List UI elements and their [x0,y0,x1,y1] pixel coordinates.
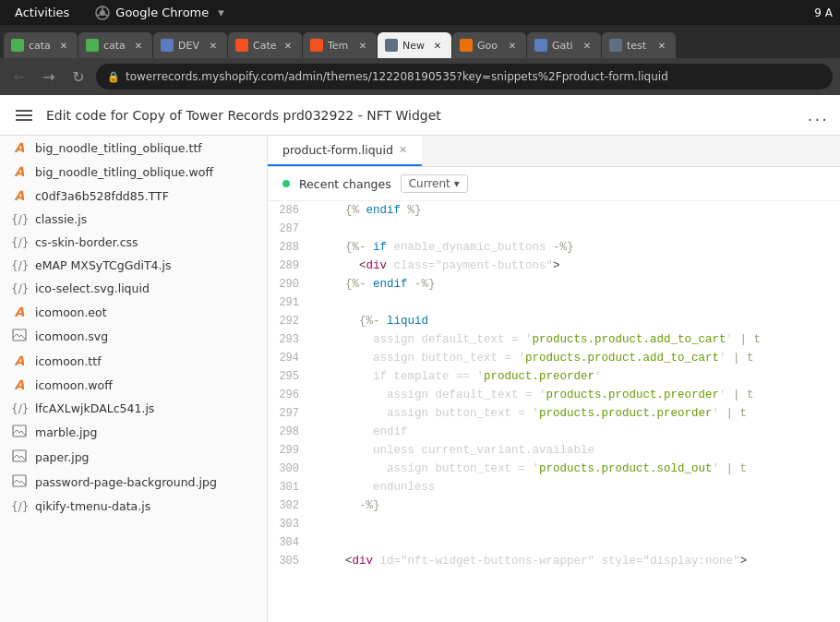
sidebar-item[interactable]: Aicomoon.ttf [0,349,267,373]
line-content[interactable]: {%- if enable_dynamic_buttons -%} [314,238,840,257]
sidebar-item[interactable]: Aicomoon.eot [0,300,267,324]
line-content[interactable]: {%- endif -%} [314,275,840,293]
browser-tab-t8[interactable]: Gati✕ [527,32,601,58]
line-content[interactable]: if template == 'product.preorder' [314,367,840,386]
sidebar-item[interactable]: {/}classie.js [0,208,267,231]
line-content[interactable]: assign button_text = 'products.product.s… [314,460,840,478]
tab-close-button[interactable]: ✕ [207,39,220,52]
browser-tab-t3[interactable]: DEV✕ [153,32,227,58]
line-content[interactable]: {% endif %} [314,201,840,220]
sidebar-item[interactable]: {/}qikify-tmenu-data.js [0,495,267,518]
code-file-icon: {/} [11,213,28,226]
browser-tab-t5[interactable]: Tem✕ [303,32,377,58]
line-content[interactable]: unless current_variant.available [314,441,840,460]
current-dropdown-button[interactable]: Current ▾ [401,174,468,193]
sidebar-item[interactable]: Abig_noodle_titling_oblique.ttf [0,136,267,160]
tab-label: DEV [178,40,199,52]
sidebar-item[interactable]: Ac0df3a6b528fdd85.TTF [0,184,267,208]
sidebar-item[interactable]: {/}ico-select.svg.liquid [0,277,267,300]
system-bar: Activities Google Chrome ▾ 9 A [0,0,840,25]
address-bar[interactable]: 🔒 towerrecords.myshopify.com/admin/theme… [96,64,833,90]
line-content[interactable] [314,515,840,533]
sidebar-item[interactable]: {/}eMAP MXSyTCgGdiT4.js [0,254,267,277]
tab-label: Gati [552,40,573,52]
line-content[interactable] [314,533,840,552]
font-file-icon: A [11,140,28,155]
browser-tab-t7[interactable]: Goo✕ [452,32,526,58]
code-editor[interactable]: 286 {% endif %}287288 {%- if enable_dyna… [268,201,840,622]
tab-close-button[interactable]: ✕ [581,39,594,52]
image-file-icon [11,449,28,465]
browser-tab-t4[interactable]: Cate✕ [228,32,302,58]
sidebar-file-name: icomoon.woff [35,378,113,392]
line-content[interactable]: assign default_text = 'products.product.… [314,386,840,404]
sidebar-item[interactable]: Aicomoon.woff [0,373,267,397]
line-content[interactable]: assign default_text = 'products.product.… [314,330,840,349]
svg-rect-11 [13,475,26,486]
line-number: 304 [268,533,314,552]
system-time: 9 A [814,6,840,19]
chrome-icon [95,6,110,20]
sidebar-file-name: icomoon.ttf [35,354,102,368]
code-line: 300 assign button_text = 'products.produ… [268,460,840,478]
line-number: 294 [268,349,314,367]
back-button[interactable]: ← [7,65,31,89]
code-line: 287 [268,220,840,238]
tab-favicon [385,39,398,52]
tab-close-button[interactable]: ✕ [506,39,519,52]
line-content[interactable]: {%- liquid [314,312,840,330]
tab-close-button[interactable]: ✕ [132,39,145,52]
file-tab-label: product-form.liquid [282,143,393,157]
tab-favicon [86,39,99,52]
line-content[interactable]: <div id="nft-widget-buttons-wrapper" sty… [314,552,840,570]
code-line: 291 [268,293,840,312]
file-tab-close-button[interactable]: ✕ [399,144,407,156]
line-content[interactable]: <div class="payment-buttons"> [314,257,840,275]
line-content[interactable]: endif [314,423,840,441]
sidebar-file-name: lfcAXLwjkDALc541.js [35,401,154,415]
tab-favicon [460,39,473,52]
activities-button[interactable]: Activities [0,0,84,25]
line-number: 302 [268,496,314,515]
recent-changes-label: Recent changes [299,177,391,191]
browser-tab-t6[interactable]: New✕ [378,32,451,58]
sidebar-file-name: eMAP MXSyTCgGdiT4.js [35,258,171,272]
line-content[interactable]: assign button_text = 'products.product.p… [314,404,840,423]
line-content[interactable] [314,293,840,312]
sidebar-item[interactable]: {/}lfcAXLwjkDALc541.js [0,397,267,420]
browser-tab-t9[interactable]: test✕ [602,32,676,58]
sidebar-item[interactable]: marble.jpg [0,420,267,445]
line-content[interactable] [314,220,840,238]
sidebar-toggle-button[interactable] [11,102,37,128]
sidebar-file-name: classie.js [35,212,87,226]
tab-close-button[interactable]: ✕ [282,39,294,52]
sidebar-item[interactable]: Abig_noodle_titling_oblique.woff [0,160,267,184]
chrome-indicator: Google Chrome ▾ [84,0,235,25]
tab-label: cata [103,40,126,52]
line-content[interactable]: assign button_text = 'products.product.a… [314,349,840,367]
sidebar-file-name: cs-skin-border.css [35,235,138,249]
tab-close-button[interactable]: ✕ [655,39,668,52]
sidebar-item[interactable]: password-page-background.jpg [0,470,267,495]
more-options-button[interactable]: ... [808,105,829,125]
reload-button[interactable]: ↻ [66,65,90,89]
code-line: 294 assign button_text = 'products.produ… [268,349,840,367]
line-content[interactable]: endunless [314,478,840,496]
line-number: 296 [268,386,314,404]
sidebar-item[interactable]: paper.jpg [0,445,267,470]
line-number: 293 [268,330,314,349]
browser-tabs-bar: cata✕cata✕DEV✕Cate✕Tem✕New✕Goo✕Gati✕test… [0,25,840,58]
code-line: 298 endif [268,423,840,441]
forward-button[interactable]: → [37,65,61,89]
sidebar-item[interactable]: {/}cs-skin-border.css [0,231,267,254]
sidebar-item[interactable]: icomoon.svg [0,324,267,349]
browser-tab-t2[interactable]: cata✕ [78,32,152,58]
tab-close-button[interactable]: ✕ [356,39,369,52]
browser-tab-t1[interactable]: cata✕ [4,32,78,58]
tab-favicon [235,39,248,52]
tab-close-button[interactable]: ✕ [57,39,70,52]
file-tab-active[interactable]: product-form.liquid ✕ [268,136,422,166]
line-number: 292 [268,312,314,330]
tab-close-button[interactable]: ✕ [431,39,444,52]
line-content[interactable]: -%} [314,496,840,515]
